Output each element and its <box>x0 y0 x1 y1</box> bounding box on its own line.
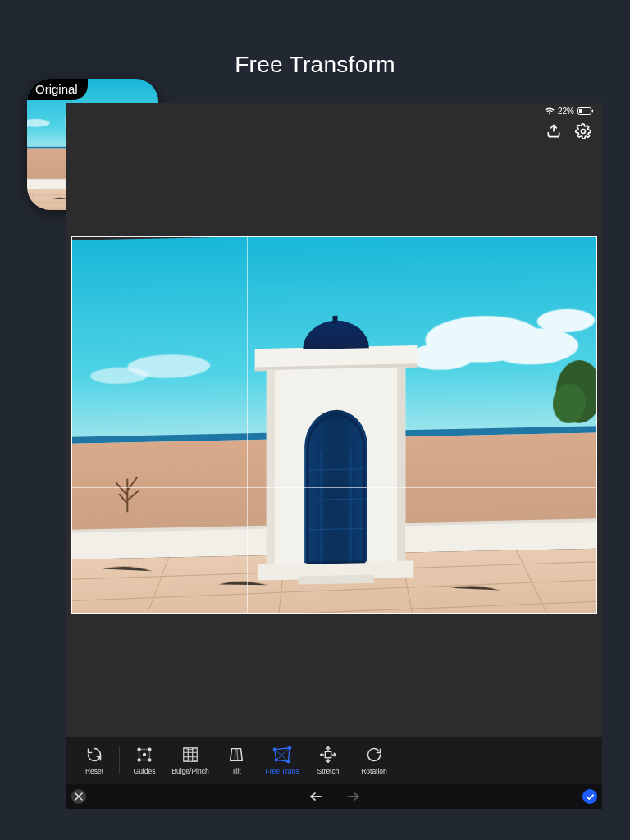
tool-bulge-pinch[interactable]: Bulge/Pinch <box>167 746 213 775</box>
tool-label: Tilt <box>231 767 240 775</box>
svg-point-36 <box>144 754 146 756</box>
stretch-icon <box>319 746 337 764</box>
canvas-area[interactable] <box>66 146 602 737</box>
battery-percent: 22% <box>558 107 574 116</box>
canvas-image[interactable] <box>71 236 597 614</box>
cancel-button[interactable] <box>71 789 86 804</box>
status-bar: 22% <box>66 103 602 116</box>
tilt-icon <box>227 746 245 764</box>
svg-point-39 <box>289 746 291 749</box>
svg-point-40 <box>287 760 290 763</box>
tool-rotation[interactable]: Rotation <box>351 746 397 775</box>
guides-icon <box>135 746 153 764</box>
undo-button[interactable] <box>308 791 325 802</box>
tool-stretch[interactable]: Stretch <box>305 746 351 775</box>
canvas[interactable] <box>71 236 597 614</box>
tool-label: Stretch <box>317 767 340 775</box>
wifi-icon <box>545 107 555 115</box>
tool-reset[interactable]: Reset <box>71 746 117 775</box>
tool-divider <box>119 746 120 774</box>
tool-label: Rotation <box>361 767 387 775</box>
device-frame: 22% Reset <box>66 103 602 809</box>
redo-button[interactable] <box>345 791 361 802</box>
tool-free-transform[interactable]: Free Trans <box>259 746 305 775</box>
page-title: Free Transform <box>0 52 630 78</box>
free-transform-icon <box>273 746 291 764</box>
svg-point-41 <box>275 759 277 761</box>
bottom-bar <box>66 784 602 809</box>
confirm-button[interactable] <box>582 789 597 804</box>
rotation-icon <box>365 746 383 764</box>
svg-rect-30 <box>592 109 594 112</box>
svg-rect-42 <box>325 751 331 757</box>
svg-rect-29 <box>579 109 582 113</box>
tool-label: Free Trans <box>265 767 299 775</box>
original-badge: Original <box>27 79 88 100</box>
svg-point-38 <box>273 748 276 751</box>
settings-button[interactable] <box>574 122 592 140</box>
tool-label: Guides <box>134 767 156 775</box>
bulge-icon <box>181 746 199 764</box>
tool-row: Reset Guides Bulge/Pinch Tilt Free Tran <box>66 737 602 784</box>
tool-label: Reset <box>85 767 103 775</box>
battery-icon <box>578 107 594 115</box>
svg-point-31 <box>582 130 586 134</box>
tool-guides[interactable]: Guides <box>121 746 167 775</box>
export-button[interactable] <box>545 122 563 140</box>
tool-label: Bulge/Pinch <box>171 767 208 775</box>
svg-rect-37 <box>184 748 198 762</box>
top-bar <box>66 116 602 146</box>
tool-tilt[interactable]: Tilt <box>213 746 259 775</box>
reset-icon <box>85 746 103 764</box>
history-controls <box>308 791 361 802</box>
